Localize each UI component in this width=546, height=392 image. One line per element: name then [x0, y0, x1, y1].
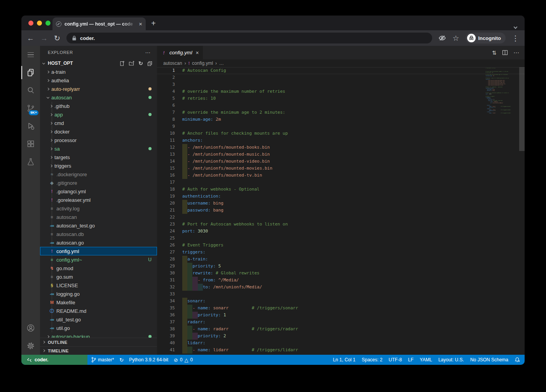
eol-status[interactable]: LF: [408, 357, 413, 363]
chevron-down-icon: [47, 95, 49, 98]
timeline-section-header[interactable]: TIMELINE: [40, 346, 157, 355]
language-mode-status[interactable]: YAML: [420, 357, 432, 363]
sync-icon[interactable]: ↻: [119, 357, 124, 363]
tree-item-go-mod[interactable]: ↯go.mod: [40, 264, 157, 272]
breadcrumb-symbol[interactable]: …: [219, 61, 224, 66]
code-line: 38 - name: radarr # /triggers/radarr: [157, 326, 525, 333]
tree-item-docker[interactable]: docker: [40, 127, 157, 136]
collapse-folders-icon[interactable]: [147, 61, 152, 66]
settings-gear-icon[interactable]: [21, 337, 40, 355]
code-line: 10# Anchor files for checking mounts are…: [157, 130, 525, 137]
explorer-more-actions-icon[interactable]: ⋯: [145, 50, 151, 55]
notifications-bell-icon[interactable]: [515, 357, 520, 363]
split-editor-icon[interactable]: [502, 50, 508, 56]
tree-item-readme-md[interactable]: ⓘREADME.md: [40, 307, 157, 315]
accounts-icon[interactable]: [21, 319, 40, 337]
tree-item-autoscan-go[interactable]: -coautoscan.go: [40, 238, 157, 247]
encoding-status[interactable]: UTF-8: [389, 357, 402, 363]
tree-item-util-test-go[interactable]: -coutil_test.go: [40, 315, 157, 324]
editor-tab-config-yml[interactable]: ! config.yml ×: [157, 46, 203, 59]
tree-item-util-go[interactable]: -coutil.go: [40, 324, 157, 332]
tree-item--golangci-yml[interactable]: !.golangci.yml: [40, 187, 157, 196]
tree-item--gitignore[interactable]: ◆.gitignore: [40, 179, 157, 187]
code-line: 40 lidarr:: [157, 340, 525, 347]
cursor-position-status[interactable]: Ln 1, Col 1: [333, 357, 356, 363]
line-number: 1: [157, 67, 175, 74]
tree-item-config-yml[interactable]: !config.yml: [40, 247, 157, 255]
breadcrumb-file[interactable]: config.yml: [192, 61, 213, 66]
tree-item-auto-replyarr[interactable]: auto-replyarr: [40, 85, 157, 93]
tree-item-go-sum[interactable]: ≡go.sum: [40, 272, 157, 281]
minimap[interactable]: # Autoscan Config # override the maximum…: [486, 68, 518, 114]
tree-item-sa[interactable]: sa: [40, 144, 157, 153]
tree-item-autoscan[interactable]: ≡autoscan: [40, 213, 157, 221]
extensions-view-icon[interactable]: [21, 135, 40, 153]
forward-icon[interactable]: →: [40, 35, 48, 42]
new-file-icon[interactable]: [119, 61, 125, 66]
tree-item-activity-log[interactable]: ≡activity.log: [40, 204, 157, 213]
problems-status[interactable]: ⊘ 0 △ 0: [174, 357, 193, 363]
tree-item-triggers[interactable]: triggers: [40, 161, 157, 170]
outline-section-header[interactable]: OUTLINE: [40, 338, 157, 346]
new-tab-button[interactable]: +: [151, 19, 156, 28]
license-file-icon: §: [49, 283, 55, 288]
search-view-icon[interactable]: [21, 82, 40, 99]
close-window-button[interactable]: [28, 21, 33, 26]
tree-item-autoscan[interactable]: autoscan: [40, 93, 157, 102]
tab-search-chevron-icon[interactable]: [514, 23, 518, 26]
open-changes-icon[interactable]: ⇅: [492, 50, 497, 56]
code-line: 8minimum-age: 2m: [157, 116, 525, 123]
json-schema-status[interactable]: No JSON Schema: [470, 357, 508, 363]
line-number: 34: [157, 298, 175, 305]
address-bar[interactable]: coder.: [66, 33, 433, 43]
testing-view-icon[interactable]: [21, 153, 40, 171]
tree-item-app[interactable]: app: [40, 110, 157, 119]
new-folder-icon[interactable]: [129, 61, 134, 66]
run-debug-view-icon[interactable]: [21, 117, 40, 135]
tree-item-processor[interactable]: processor: [40, 136, 157, 144]
close-editor-icon[interactable]: ×: [196, 50, 199, 56]
tree-item-a-train[interactable]: a-train: [40, 68, 157, 76]
indentation-status[interactable]: Spaces: 2: [362, 357, 382, 363]
bookmark-star-icon[interactable]: ☆: [452, 35, 459, 42]
editor-more-actions-icon[interactable]: ⋯: [513, 49, 519, 56]
minimize-window-button[interactable]: [37, 21, 42, 26]
browser-tab[interactable]: config.yml — host_opt — code ×: [52, 17, 146, 30]
tree-item-label: cmd: [54, 120, 64, 126]
tree-item-targets[interactable]: targets: [40, 153, 157, 161]
source-control-view-icon[interactable]: 9K+: [21, 99, 40, 117]
explorer-view-icon[interactable]: [21, 64, 40, 82]
tree-item--dockerignore[interactable]: ≈.dockerignore: [40, 170, 157, 179]
line-number: 22: [157, 214, 175, 221]
tree-item-autoscan-db[interactable]: ≡autoscan.db: [40, 230, 157, 238]
tree-item-license[interactable]: §LICENSE: [40, 281, 157, 290]
browser-menu-kebab-icon[interactable]: ⋮: [512, 35, 519, 42]
tree-item--github[interactable]: .github: [40, 102, 157, 110]
code-line: 25: [157, 235, 525, 242]
workspace-section-header[interactable]: HOST_OPT ↻: [40, 59, 157, 68]
back-icon[interactable]: ←: [27, 35, 34, 42]
tree-item-cmd[interactable]: cmd: [40, 119, 157, 127]
tree-item-makefile[interactable]: MMakefile: [40, 298, 157, 307]
refresh-explorer-icon[interactable]: ↻: [138, 61, 143, 66]
zoom-window-button[interactable]: [45, 21, 51, 26]
line-number: 3: [157, 81, 175, 88]
breadcrumb-separator: ›: [215, 61, 217, 66]
tree-item-config-yml-[interactable]: ≡config.yml~U: [40, 255, 157, 264]
tree-item--goreleaser-yml[interactable]: !.goreleaser.yml: [40, 196, 157, 204]
tree-item-autoscan-test-go[interactable]: -coautoscan_test.go: [40, 221, 157, 230]
tab-close-icon[interactable]: ×: [139, 21, 142, 27]
python-interpreter-status[interactable]: Python 3.9.2 64-bit: [129, 357, 168, 363]
tree-item-authelia[interactable]: authelia: [40, 76, 157, 85]
breadcrumb-folder[interactable]: autoscan: [163, 61, 182, 66]
reload-icon[interactable]: ↻: [54, 35, 60, 42]
scrollbar-slider[interactable]: [519, 67, 525, 151]
tree-item-autoscan-backup[interactable]: autoscan-backup: [40, 332, 157, 338]
remote-indicator[interactable]: coder.: [21, 355, 87, 365]
eye-blocked-icon[interactable]: [438, 35, 446, 41]
code-editor[interactable]: 1# Autoscan Config234# override the maxi…: [157, 67, 525, 355]
tree-item-logging-go[interactable]: -cologging.go: [40, 290, 157, 298]
git-branch-status[interactable]: master*: [91, 357, 114, 363]
application-menu-icon[interactable]: [21, 46, 40, 64]
keyboard-layout-status[interactable]: Layout: U.S.: [438, 357, 464, 363]
